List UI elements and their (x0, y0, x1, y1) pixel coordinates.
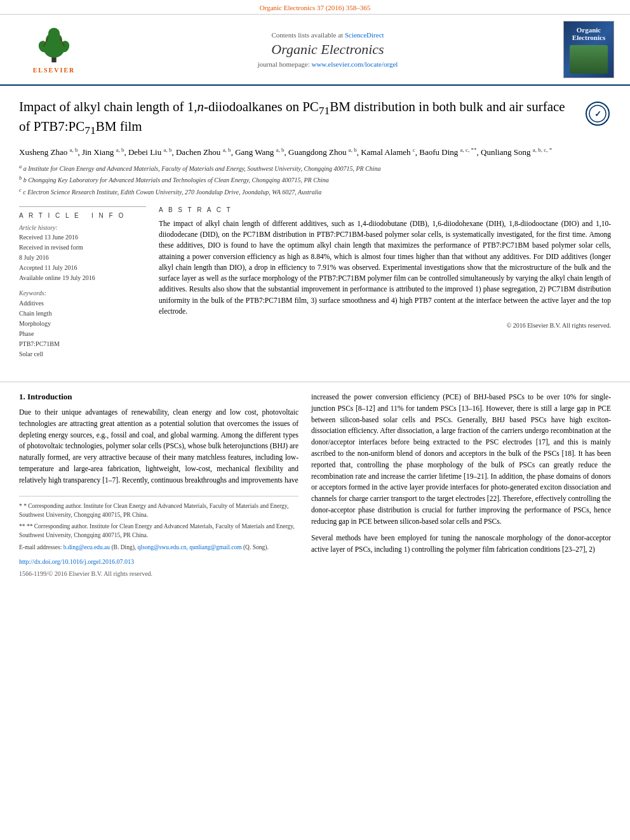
svg-text:✓: ✓ (594, 109, 601, 119)
journal-title: Organic Electronics (102, 41, 554, 58)
cover-title-line1: Organic (577, 26, 601, 34)
top-bar: Organic Electronics 37 (2016) 358–365 (0, 0, 630, 15)
elsevier-label: ELSEVIER (33, 67, 76, 74)
keyword-phase: Phase (19, 329, 146, 339)
abstract-text: The impact of alkyl chain length of diff… (159, 218, 611, 317)
keyword-morphology: Morphology (19, 319, 146, 329)
intro-paragraph-3: Several methods have been employed for t… (311, 533, 611, 556)
keyword-additives: Additives (19, 298, 146, 309)
received-date: Received 13 June 2016 (19, 232, 146, 243)
main-body: 1. Introduction Due to their unique adva… (0, 392, 630, 594)
journal-header-center: Contents lists available at ScienceDirec… (102, 21, 554, 78)
keywords-section: Keywords: Additives Chain length Morphol… (19, 290, 146, 359)
article-info-heading: A R T I C L E I N F O (19, 212, 146, 219)
two-column-section: A R T I C L E I N F O Article history: R… (19, 206, 611, 359)
elsevier-logo-section: ELSEVIER (13, 21, 95, 78)
title-section: ✓ Impact of alkyl chain length of 1,n-di… (19, 98, 611, 138)
intro-paragraph-1: Due to their unique advantages of renewa… (19, 407, 298, 486)
received-revised-date: 8 July 2016 (19, 253, 146, 263)
email3-link[interactable]: qunliang@gmail.com (189, 544, 241, 550)
sciencedirect-info: Contents lists available at ScienceDirec… (102, 31, 554, 39)
abstract-column: A B S T R A C T The impact of alkyl chai… (159, 206, 611, 359)
article-title: Impact of alkyl chain length of 1,n-diio… (19, 98, 611, 138)
email-line: E-mail addresses: b.ding@ecu.edu.au (B. … (19, 543, 298, 552)
introduction-heading: 1. Introduction (19, 392, 298, 402)
keyword-chain: Chain length (19, 309, 146, 319)
keyword-solar: Solar cell (19, 349, 146, 359)
sciencedirect-link[interactable]: ScienceDirect (345, 31, 384, 39)
footnotes: * * Corresponding author. Institute for … (19, 496, 298, 578)
history-label: Article history: (19, 224, 146, 231)
crossmark-icon: ✓ (586, 102, 610, 126)
doi-link[interactable]: http://dx.doi.org/10.1016/j.orgel.2016.0… (19, 558, 134, 565)
elsevier-tree-icon (29, 26, 79, 64)
cover-image-decoration (570, 45, 608, 74)
crossmark-badge: ✓ (586, 102, 611, 127)
page: Organic Electronics 37 (2016) 358–365 EL… (0, 0, 630, 840)
journal-homepage: journal homepage: www.elsevier.com/locat… (102, 60, 554, 68)
header: ELSEVIER Contents lists available at Sci… (0, 15, 630, 86)
article-info-box: A R T I C L E I N F O Article history: R… (19, 206, 146, 359)
double-star-symbol: ** (19, 523, 27, 530)
keywords-list: Additives Chain length Morphology Phase … (19, 298, 146, 359)
affiliation-a: a a Institute for Clean Energy and Advan… (19, 163, 611, 173)
email2-link[interactable]: qlsong@swu.edu.cn, (138, 544, 188, 550)
section-number: 1. (19, 392, 25, 401)
accepted-date: Accepted 11 July 2016 (19, 263, 146, 273)
footnote-double-star: ** ** Corresponding author. Institute fo… (19, 522, 298, 540)
journal-homepage-link[interactable]: www.elsevier.com/locate/orgel (311, 60, 398, 68)
footnote-star: * * Corresponding author. Institute for … (19, 502, 298, 520)
received-revised-label: Received in revised form (19, 243, 146, 253)
doi-line: http://dx.doi.org/10.1016/j.orgel.2016.0… (19, 557, 298, 566)
copyright: © 2016 Elsevier B.V. All rights reserved… (159, 322, 611, 329)
issn-line: 1566-1199/© 2016 Elsevier B.V. All right… (19, 569, 298, 578)
available-date: Available online 19 July 2016 (19, 273, 146, 283)
intro-paragraph-2: increased the power conversion efficienc… (311, 392, 611, 528)
journal-cover: Organic Electronics (560, 21, 617, 78)
dates: Received 13 June 2016 Received in revise… (19, 232, 146, 283)
keyword-ptb7: PTB7:PC71BM (19, 339, 146, 349)
svg-point-3 (48, 27, 60, 39)
cover-title-line2: Electronics (572, 34, 605, 41)
affiliation-b: b b Chongqing Key Laboratory for Advance… (19, 175, 611, 185)
affiliations: a a Institute for Clean Energy and Advan… (19, 163, 611, 197)
journal-cover-image: Organic Electronics (563, 21, 614, 78)
abstract-heading: A B S T R A C T (159, 206, 611, 213)
body-right-column: increased the power conversion efficienc… (311, 392, 611, 581)
email1-link[interactable]: b.ding@ecu.edu.au (64, 544, 110, 550)
article-info-column: A R T I C L E I N F O Article history: R… (19, 206, 146, 359)
crossmark-svg: ✓ (588, 104, 607, 123)
elsevier-logo: ELSEVIER (29, 26, 79, 74)
article-content: ✓ Impact of alkyl chain length of 1,n-di… (0, 86, 630, 372)
section-title-text: Introduction (27, 392, 72, 401)
affiliation-c: c c Electron Science Research Institute,… (19, 187, 611, 197)
abstract-paragraph: The impact of alkyl chain length of diff… (159, 218, 611, 317)
divider (0, 382, 630, 382)
authors: Xusheng Zhao a, b, Jin Xiang a, b, Debei… (19, 145, 611, 159)
keywords-label: Keywords: (19, 290, 146, 297)
journal-citation: Organic Electronics 37 (2016) 358–365 (260, 4, 371, 11)
body-left-column: 1. Introduction Due to their unique adva… (19, 392, 298, 581)
